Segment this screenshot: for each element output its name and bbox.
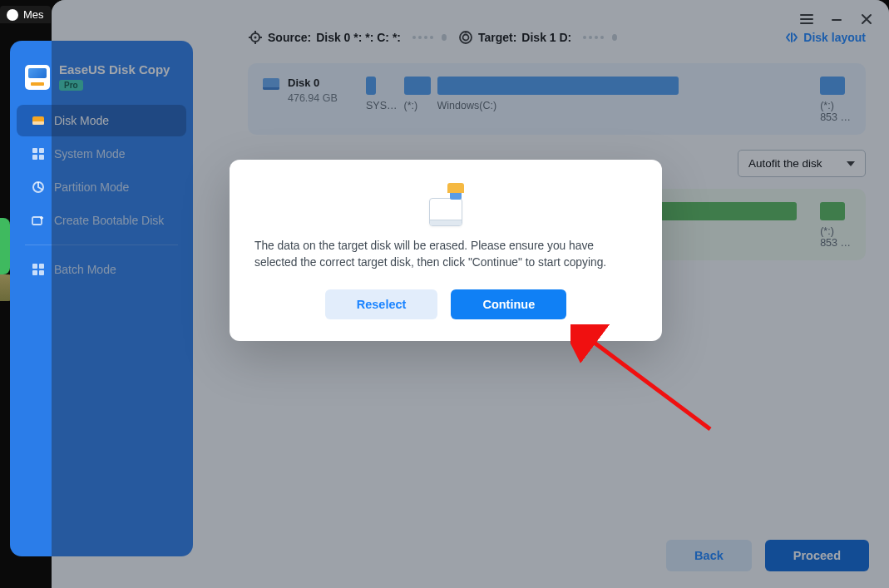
svg-rect-11 (39, 270, 44, 275)
erase-disk-icon (424, 183, 467, 226)
continue-button[interactable]: Continue (451, 289, 566, 319)
modal-icon-wrap (254, 183, 637, 226)
app-logo-icon (25, 65, 50, 90)
svg-rect-10 (32, 270, 37, 275)
svg-rect-3 (39, 148, 44, 153)
taskbar-label: Mes (23, 8, 44, 21)
svg-rect-5 (39, 155, 44, 160)
confirm-modal: The data on the target disk will be eras… (230, 160, 662, 341)
svg-rect-9 (39, 264, 44, 269)
app-window: EaseUS Disk Copy Pro Disk Mode System Mo… (52, 0, 889, 588)
svg-rect-8 (32, 264, 37, 269)
modal-message: The data on the target disk will be eras… (254, 238, 637, 271)
svg-rect-4 (32, 155, 37, 160)
pie-icon (32, 180, 45, 194)
grid-icon (32, 263, 45, 276)
plus-disk-icon (32, 214, 45, 227)
reselect-button[interactable]: Reselect (325, 289, 438, 319)
grid-icon (32, 147, 45, 161)
modal-buttons: Reselect Continue (254, 289, 637, 319)
taskbar-item[interactable]: Mes (0, 6, 51, 23)
chat-icon (7, 9, 18, 21)
svg-rect-2 (32, 148, 37, 153)
disk-icon (32, 114, 45, 127)
background-widget (0, 218, 10, 274)
svg-rect-1 (32, 121, 44, 125)
